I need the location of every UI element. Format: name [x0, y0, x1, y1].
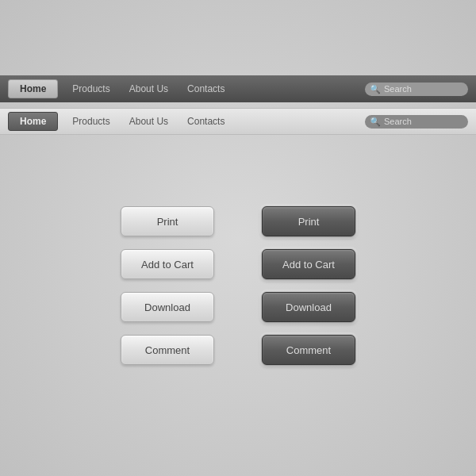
light-comment-button[interactable]: Comment	[121, 335, 214, 365]
search-icon: 🔍	[370, 84, 381, 94]
navbar-dark-home[interactable]: Home	[8, 79, 58, 98]
navbar-dark-products[interactable]: Products	[63, 83, 119, 94]
light-download-button[interactable]: Download	[121, 292, 214, 322]
navbar-light-products[interactable]: Products	[63, 116, 119, 127]
navbar-light-search-box[interactable]: 🔍 Search	[365, 115, 468, 129]
navbar-light: Home Products About Us Contacts 🔍 Search	[0, 108, 476, 135]
dark-comment-button[interactable]: Comment	[262, 335, 355, 365]
light-button-column: Print Add to Cart Download Comment	[121, 206, 214, 365]
dark-download-button[interactable]: Download	[262, 292, 355, 322]
navbar-dark-about[interactable]: About Us	[120, 83, 178, 94]
dark-print-button[interactable]: Print	[262, 206, 355, 236]
navbar-dark-search-box[interactable]: 🔍 Search	[365, 83, 468, 96]
dark-add-to-cart-button[interactable]: Add to Cart	[262, 249, 355, 279]
navbar-light-about[interactable]: About Us	[120, 116, 178, 127]
navbar-light-contacts[interactable]: Contacts	[178, 116, 234, 127]
navbar-light-home[interactable]: Home	[8, 112, 58, 131]
dark-button-column: Print Add to Cart Download Comment	[262, 206, 355, 365]
navbar-dark: Home Products About Us Contacts 🔍 Search	[0, 75, 476, 102]
navbar-light-search-label: Search	[384, 117, 412, 126]
light-print-button[interactable]: Print	[121, 206, 214, 236]
buttons-area: Print Add to Cart Download Comment Print…	[0, 206, 476, 365]
light-add-to-cart-button[interactable]: Add to Cart	[121, 249, 214, 279]
navbar-dark-contacts[interactable]: Contacts	[178, 83, 234, 94]
navbar-dark-search-label: Search	[384, 84, 412, 94]
search-icon-2: 🔍	[370, 117, 381, 127]
